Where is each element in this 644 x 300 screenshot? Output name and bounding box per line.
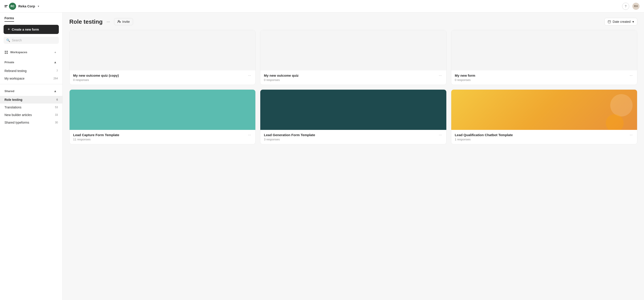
form-card-footer: My new form 0 responses ··· [451, 70, 637, 85]
sidebar-item-my-workspace[interactable]: My workspace 264 [0, 75, 62, 82]
form-card-more-button[interactable]: ··· [247, 133, 252, 137]
form-card-more-button[interactable]: ··· [438, 74, 442, 78]
form-card-info: Lead Qualification Chatbot Template 1 re… [455, 133, 629, 141]
form-card-responses: 11 responses [73, 138, 247, 141]
sidebar-item-label: New builder articles [4, 113, 32, 117]
form-card-responses: 0 responses [455, 78, 629, 82]
workspace-more-button[interactable]: ··· [105, 18, 111, 25]
calendar-icon [608, 20, 611, 23]
create-form-button[interactable]: + Create a new form [4, 25, 59, 34]
search-input[interactable] [12, 38, 56, 42]
sort-chevron-icon: ▾ [632, 20, 634, 24]
sidebar-item-label: Rebrand testing [4, 69, 26, 73]
private-items: Rebrand testing 7 My workspace 264 [0, 67, 62, 82]
company-name[interactable]: Reka Corp [18, 4, 35, 8]
workspaces-section[interactable]: Workspaces + [0, 48, 62, 57]
form-card-name: Lead Generation Form Template [264, 133, 438, 137]
form-card-5[interactable]: Lead Qualification Chatbot Template 1 re… [451, 90, 637, 144]
sidebar-divider [0, 84, 62, 84]
form-card-name: Lead Qualification Chatbot Template [455, 133, 629, 137]
sidebar-item-count: 33 [54, 113, 58, 116]
create-form-label: Create a new form [12, 28, 39, 31]
form-card-info: Lead Capture Form Template 11 responses [73, 133, 247, 141]
shared-label: Shared [4, 90, 14, 93]
private-section-header[interactable]: Private ▲ [0, 57, 62, 67]
sort-button[interactable]: Date created ▾ [604, 18, 637, 26]
form-card-0[interactable]: My new outcome quiz (copy) 0 responses ·… [69, 30, 256, 85]
form-card-footer: Lead Generation Form Template 3 response… [260, 130, 446, 144]
workspaces-icon [4, 50, 8, 54]
company-avatar: RC [9, 3, 16, 10]
sort-label: Date created [613, 20, 630, 24]
form-card-name: My new outcome quiz [264, 74, 438, 77]
sidebar-item-count: 30 [54, 121, 58, 124]
topbar: RC Reka Corp ▾ ? RH [0, 0, 644, 12]
shared-collapse-icon[interactable]: ▲ [52, 88, 58, 94]
form-card-more-button[interactable]: ··· [629, 133, 634, 137]
form-card-info: Lead Generation Form Template 3 response… [264, 133, 438, 141]
shared-items: Role testing 6 Translations 53 New build… [0, 96, 62, 126]
topbar-right: ? RH [622, 3, 640, 10]
form-card-info: My new outcome quiz 0 responses [264, 74, 438, 82]
private-label: Private [4, 60, 14, 64]
svg-rect-0 [5, 51, 6, 52]
form-card-name: Lead Capture Form Template [73, 133, 247, 137]
form-card-more-button[interactable]: ··· [247, 74, 252, 78]
private-collapse-icon[interactable]: ▲ [52, 60, 58, 65]
help-button[interactable]: ? [622, 3, 629, 10]
form-card-3[interactable]: Lead Capture Form Template 11 responses … [69, 90, 256, 144]
sidebar-item-new-builder-articles[interactable]: New builder articles 33 [0, 111, 62, 119]
sidebar-item-count: 6 [54, 98, 58, 101]
form-card-name: My new outcome quiz (copy) [73, 74, 247, 77]
workspace-title: Role testing [69, 18, 103, 25]
main-content: Role testing ··· Invite Date c [62, 12, 644, 300]
shared-section-header[interactable]: Shared ▲ [0, 86, 62, 96]
form-card-info: My new outcome quiz (copy) 0 responses [73, 74, 247, 82]
sidebar-item-rebrand-testing[interactable]: Rebrand testing 7 [0, 67, 62, 75]
layout: Forms + Create a new form 🔍 Workspaces + [0, 0, 644, 300]
form-card-preview [451, 90, 637, 130]
svg-rect-5 [608, 20, 611, 23]
form-card-responses: 0 responses [73, 78, 247, 82]
add-workspace-button[interactable]: + [52, 50, 58, 55]
form-card-footer: My new outcome quiz 0 responses ··· [260, 70, 446, 85]
form-card-info: My new form 0 responses [455, 74, 629, 82]
sidebar-item-count: 53 [54, 106, 58, 109]
forms-grid: My new outcome quiz (copy) 0 responses ·… [69, 30, 637, 144]
form-card-2[interactable]: My new form 0 responses ··· [451, 30, 637, 85]
form-card-more-button[interactable]: ··· [438, 133, 442, 137]
invite-icon [118, 20, 121, 24]
workspaces-label: Workspaces [4, 50, 27, 54]
form-card-responses: 3 responses [264, 138, 438, 141]
form-card-footer: My new outcome quiz (copy) 0 responses ·… [70, 70, 255, 85]
form-card-1[interactable]: My new outcome quiz 0 responses ··· [260, 30, 446, 85]
main-header: Role testing ··· Invite Date c [69, 12, 637, 30]
form-card-preview [70, 90, 255, 130]
plus-icon: + [8, 27, 10, 32]
user-avatar[interactable]: RH [632, 3, 640, 10]
sidebar-item-label: Role testing [4, 98, 22, 102]
sidebar-header: Forms [0, 12, 62, 22]
invite-button[interactable]: Invite [114, 18, 133, 25]
topbar-left: RC Reka Corp ▾ [4, 3, 39, 10]
form-card-footer: Lead Capture Form Template 11 responses … [70, 130, 255, 144]
form-card-name: My new form [455, 74, 629, 77]
form-card-preview [260, 90, 446, 130]
logo-mark: RC [4, 3, 16, 10]
form-card-preview [451, 30, 637, 70]
form-card-preview [260, 30, 446, 70]
form-card-4[interactable]: Lead Generation Form Template 3 response… [260, 90, 446, 144]
svg-point-4 [118, 20, 120, 22]
form-card-responses: 1 responses [455, 138, 629, 141]
sidebar-item-shared-typeforms[interactable]: Shared typeforms 30 [0, 119, 62, 126]
sidebar: Forms + Create a new form 🔍 Workspaces + [0, 12, 62, 300]
form-card-footer: Lead Qualification Chatbot Template 1 re… [451, 130, 637, 144]
form-card-responses: 0 responses [264, 78, 438, 82]
sidebar-item-translations[interactable]: Translations 53 [0, 104, 62, 111]
svg-rect-3 [6, 52, 8, 54]
sidebar-item-role-testing[interactable]: Role testing 6 [0, 96, 62, 104]
search-box: 🔍 [4, 37, 59, 44]
form-card-more-button[interactable]: ··· [629, 74, 634, 78]
company-chevron-icon[interactable]: ▾ [38, 5, 39, 8]
main-header-left: Role testing ··· Invite [69, 18, 133, 25]
